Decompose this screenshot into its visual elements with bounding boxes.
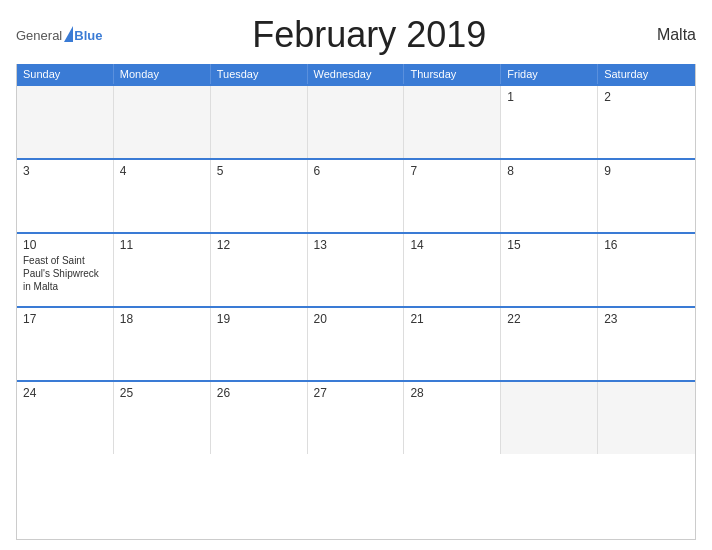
event-label: Feast of Saint Paul's Shipwreck in Malta (23, 254, 107, 293)
calendar-cell: 19 (211, 308, 308, 380)
calendar-cell: 10Feast of Saint Paul's Shipwreck in Mal… (17, 234, 114, 306)
calendar-cell: 13 (308, 234, 405, 306)
calendar-cell: 2 (598, 86, 695, 158)
day-of-week-header: Saturday (598, 64, 695, 84)
calendar-cell (501, 382, 598, 454)
calendar-cell: 20 (308, 308, 405, 380)
day-of-week-header: Monday (114, 64, 211, 84)
calendar-cell: 28 (404, 382, 501, 454)
day-number: 10 (23, 238, 107, 252)
logo: General Blue (16, 27, 102, 43)
calendar-cell: 27 (308, 382, 405, 454)
day-of-week-header: Sunday (17, 64, 114, 84)
calendar-header-row: SundayMondayTuesdayWednesdayThursdayFrid… (17, 64, 695, 84)
day-number: 5 (217, 164, 301, 178)
calendar-cell: 11 (114, 234, 211, 306)
day-number: 3 (23, 164, 107, 178)
calendar: SundayMondayTuesdayWednesdayThursdayFrid… (16, 64, 696, 540)
page: General Blue February 2019 Malta SundayM… (0, 0, 712, 550)
logo-triangle-icon (64, 26, 73, 42)
calendar-week: 2425262728 (17, 380, 695, 454)
day-number: 17 (23, 312, 107, 326)
calendar-cell (404, 86, 501, 158)
calendar-cell: 24 (17, 382, 114, 454)
calendar-cell: 15 (501, 234, 598, 306)
calendar-cell: 6 (308, 160, 405, 232)
day-number: 6 (314, 164, 398, 178)
calendar-cell (114, 86, 211, 158)
calendar-cell: 26 (211, 382, 308, 454)
calendar-cell: 18 (114, 308, 211, 380)
calendar-cell: 23 (598, 308, 695, 380)
day-number: 26 (217, 386, 301, 400)
calendar-cell (17, 86, 114, 158)
logo-general: General (16, 28, 62, 43)
calendar-cell: 8 (501, 160, 598, 232)
calendar-cell: 3 (17, 160, 114, 232)
calendar-cell: 4 (114, 160, 211, 232)
day-number: 11 (120, 238, 204, 252)
calendar-cell (308, 86, 405, 158)
calendar-cell: 9 (598, 160, 695, 232)
calendar-title: February 2019 (102, 14, 636, 56)
day-number: 25 (120, 386, 204, 400)
day-number: 18 (120, 312, 204, 326)
day-number: 19 (217, 312, 301, 326)
country-label: Malta (636, 26, 696, 44)
day-number: 22 (507, 312, 591, 326)
day-number: 13 (314, 238, 398, 252)
day-number: 12 (217, 238, 301, 252)
calendar-cell: 22 (501, 308, 598, 380)
day-number: 8 (507, 164, 591, 178)
day-of-week-header: Thursday (404, 64, 501, 84)
day-number: 24 (23, 386, 107, 400)
calendar-week: 12 (17, 84, 695, 158)
day-number: 27 (314, 386, 398, 400)
logo-blue: Blue (74, 28, 102, 43)
day-number: 4 (120, 164, 204, 178)
day-number: 9 (604, 164, 689, 178)
day-number: 7 (410, 164, 494, 178)
header: General Blue February 2019 Malta (16, 14, 696, 56)
day-number: 20 (314, 312, 398, 326)
day-number: 21 (410, 312, 494, 326)
calendar-cell: 5 (211, 160, 308, 232)
calendar-week: 10Feast of Saint Paul's Shipwreck in Mal… (17, 232, 695, 306)
calendar-cell: 14 (404, 234, 501, 306)
day-of-week-header: Friday (501, 64, 598, 84)
calendar-cell: 17 (17, 308, 114, 380)
calendar-cell: 7 (404, 160, 501, 232)
day-of-week-header: Tuesday (211, 64, 308, 84)
calendar-cell (598, 382, 695, 454)
calendar-cell: 21 (404, 308, 501, 380)
day-number: 1 (507, 90, 591, 104)
day-number: 2 (604, 90, 689, 104)
calendar-week: 17181920212223 (17, 306, 695, 380)
calendar-cell (211, 86, 308, 158)
day-number: 28 (410, 386, 494, 400)
calendar-week: 3456789 (17, 158, 695, 232)
day-of-week-header: Wednesday (308, 64, 405, 84)
calendar-body: 12345678910Feast of Saint Paul's Shipwre… (17, 84, 695, 454)
day-number: 23 (604, 312, 689, 326)
calendar-cell: 1 (501, 86, 598, 158)
day-number: 16 (604, 238, 689, 252)
calendar-cell: 16 (598, 234, 695, 306)
day-number: 15 (507, 238, 591, 252)
calendar-cell: 25 (114, 382, 211, 454)
calendar-cell: 12 (211, 234, 308, 306)
day-number: 14 (410, 238, 494, 252)
